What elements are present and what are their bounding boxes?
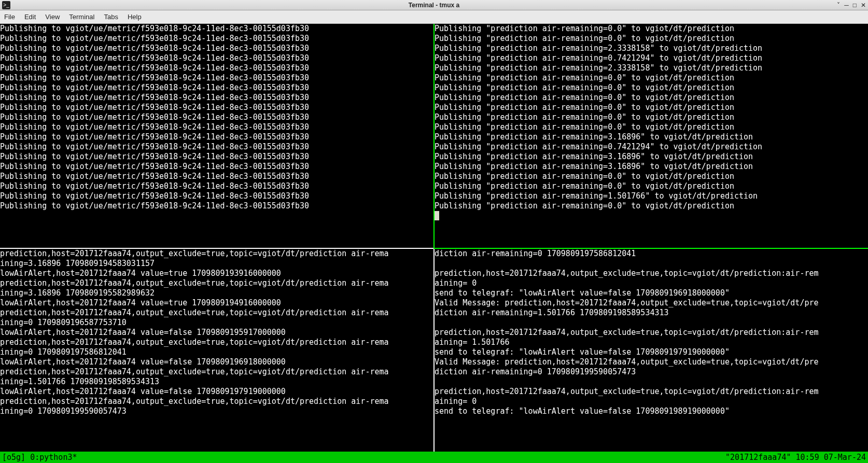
- window-controls: ˅ ─ □ ✕: [837, 2, 866, 9]
- status-left: [o5g] 0:python3*: [2, 453, 77, 462]
- pane-top-left[interactable]: Publishing to vgiot/ue/metric/f593e018-9…: [0, 24, 433, 248]
- terminal-icon: >_: [2, 1, 10, 9]
- status-right: "201712faaa74" 10:59 07-Mar-24: [725, 453, 866, 462]
- tmux-statusbar: [o5g] 0:python3* "201712faaa74" 10:59 07…: [0, 452, 868, 463]
- pane-bottom-right[interactable]: diction air-remaining=0 1709809197586812…: [435, 249, 868, 452]
- close-icon[interactable]: ✕: [861, 2, 866, 9]
- pane-top-right[interactable]: Publishing "prediction air-remaining=0.0…: [435, 24, 868, 248]
- minimize-icon[interactable]: ˅: [837, 2, 840, 9]
- maximize-icon[interactable]: □: [853, 2, 857, 9]
- pane-bottom-left[interactable]: prediction,host=201712faaa74,output_excl…: [0, 249, 433, 452]
- titlebar: >_ Terminal - tmux a ˅ ─ □ ✕: [0, 0, 868, 10]
- menu-view[interactable]: View: [45, 13, 60, 21]
- menu-terminal[interactable]: Terminal: [69, 13, 94, 21]
- tmux-area[interactable]: Publishing to vgiot/ue/metric/f593e018-9…: [0, 24, 868, 463]
- menu-help[interactable]: Help: [128, 13, 142, 21]
- menu-edit[interactable]: Edit: [24, 13, 36, 21]
- menu-file[interactable]: File: [4, 13, 15, 21]
- window-title: Terminal - tmux a: [409, 2, 459, 9]
- iconify-icon[interactable]: ─: [844, 2, 849, 9]
- menubar: File Edit View Terminal Tabs Help: [0, 10, 868, 24]
- menu-tabs[interactable]: Tabs: [104, 13, 118, 21]
